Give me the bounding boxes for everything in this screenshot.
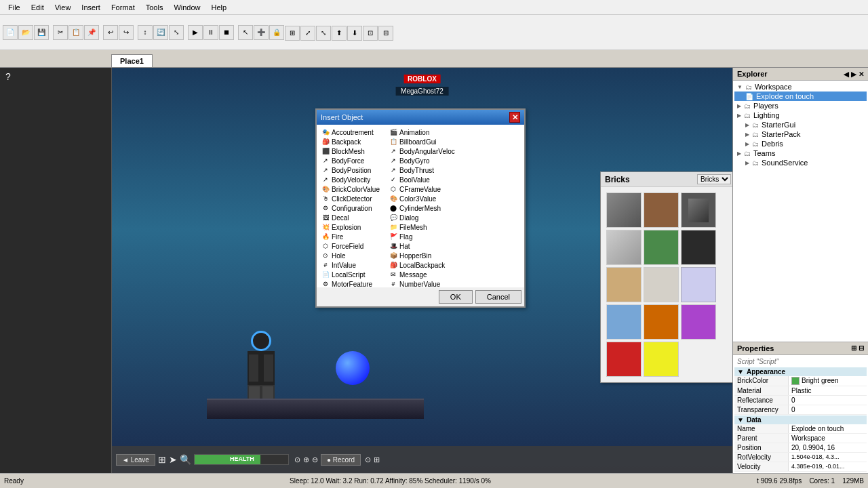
tree-starterpack[interactable]: ▶ 🗂 StarterPack (734, 129, 867, 139)
insert-item-bodyposition[interactable]: ↗BodyPosition (319, 165, 387, 175)
tb-copy[interactable]: 📋 (68, 25, 83, 40)
tb-rotate[interactable]: 🔄 (153, 25, 168, 40)
insert-item-cylindermesh[interactable]: ⬤CylinderMesh (387, 203, 455, 213)
insert-item-blockmesh[interactable]: ⬛BlockMesh (319, 146, 387, 156)
tb-cut[interactable]: ✂ (53, 25, 68, 40)
properties-icon-2[interactable]: ⊟ (859, 344, 864, 352)
explorer-nav-1[interactable]: ▶ (851, 70, 856, 78)
menu-edit[interactable]: Edit (26, 2, 50, 13)
insert-item-decal[interactable]: 🖼Decal (319, 213, 387, 222)
brick-thumb-13[interactable] (606, 342, 642, 377)
tb-s1[interactable]: ⊡ (363, 26, 378, 41)
brick-thumb-9[interactable] (681, 267, 716, 302)
insert-item-localbackpack[interactable]: 🎒LocalBackpack (387, 260, 455, 270)
tb-undo[interactable]: ↩ (103, 25, 118, 40)
search-btn[interactable]: 🔍 (180, 454, 191, 465)
bricks-dropdown[interactable]: Bricks (697, 174, 731, 184)
insert-item-cframevalue[interactable]: ⬡CFrameValue (387, 184, 455, 194)
tb-open[interactable]: 📂 (18, 25, 33, 40)
insert-item-bodythrust[interactable]: ↗BodyThrust (387, 165, 455, 175)
insert-item-explosion[interactable]: 💥Explosion (319, 222, 387, 232)
insert-item-configuration[interactable]: ⚙Configuration (319, 203, 387, 213)
brick-thumb-12[interactable] (681, 304, 716, 340)
tb-move[interactable]: ↕ (138, 25, 153, 40)
insert-dialog-close[interactable]: ✕ (509, 112, 520, 123)
brick-thumb-7[interactable] (606, 267, 642, 302)
insert-item-billboardgui[interactable]: 📋BillboardGui (387, 137, 455, 146)
tree-startergui[interactable]: ▶ 🗂 StarterGui (734, 120, 867, 129)
tb-stop[interactable]: ⏹ (219, 25, 234, 40)
brick-thumb-3[interactable] (681, 192, 716, 228)
tree-lighting[interactable]: ▶ 🗂 Lighting (734, 110, 867, 120)
tb-play[interactable]: ▶ (188, 25, 203, 40)
insert-item-accoutrement[interactable]: 🎭Accoutrement (319, 127, 387, 137)
tb-jump[interactable]: ⬆ (332, 26, 347, 41)
tb-new[interactable]: 📄 (3, 25, 18, 40)
tb-grid[interactable]: ⊞ (285, 26, 300, 41)
record-more-btn[interactable]: ⊙ (365, 455, 371, 464)
tb-scale[interactable]: ⤡ (169, 25, 184, 40)
menu-insert[interactable]: Insert (76, 2, 106, 13)
tree-debris[interactable]: ▶ 🗂 Debris (734, 139, 867, 148)
insert-item-bodyangvelocity[interactable]: ↗BodyAngularVelocity (387, 146, 455, 156)
tb-paste[interactable]: 📌 (84, 25, 99, 40)
insert-item-brickcolorvalue[interactable]: 🎨BrickColorValue (319, 184, 387, 194)
explorer-close[interactable]: ✕ (859, 70, 864, 78)
insert-item-fire[interactable]: 🔥Fire (319, 232, 387, 241)
tb-s2[interactable]: ⊟ (378, 26, 393, 41)
record-button[interactable]: ● Record (321, 454, 361, 466)
expand-btn[interactable]: ⊞ (374, 455, 380, 464)
menu-tools[interactable]: Tools (140, 2, 169, 13)
insert-item-animation[interactable]: 🎬Animation (387, 127, 455, 137)
tree-workspace[interactable]: ▼ 🗂 Workspace (734, 82, 867, 92)
menu-help[interactable]: Help (206, 2, 233, 13)
menu-file[interactable]: File (3, 2, 26, 13)
help-icon[interactable]: ? (5, 71, 11, 82)
camera-2-btn[interactable]: ⊕ (303, 455, 309, 464)
tb-lock[interactable]: 🔒 (269, 25, 284, 40)
insert-item-dialog[interactable]: 💬Dialog (387, 213, 455, 222)
insert-item-bodyforce[interactable]: ↗BodyForce (319, 156, 387, 165)
insert-item-numbervalue[interactable]: #NumberValue (387, 279, 455, 287)
insert-item-hat[interactable]: 🎩Hat (387, 241, 455, 251)
tb-redo[interactable]: ↪ (119, 25, 134, 40)
properties-icon-1[interactable]: ⊞ (851, 344, 856, 352)
brick-thumb-5[interactable] (644, 230, 679, 265)
brick-thumb-14[interactable] (644, 342, 679, 377)
insert-item-intvalue[interactable]: #IntValue (319, 260, 387, 270)
tree-players[interactable]: ▶ 🗂 Players (734, 101, 867, 110)
brick-thumb-10[interactable] (606, 304, 642, 340)
grid-view-btn[interactable]: ⊞ (158, 454, 166, 465)
insert-item-forcefield[interactable]: ⬡ForceField (319, 241, 387, 251)
viewport[interactable]: ROBLOX MegaGhost72 (112, 68, 732, 473)
brick-thumb-8[interactable] (644, 267, 679, 302)
tree-soundservice[interactable]: ▶ 🗂 SoundService (734, 158, 867, 167)
tb-cam2[interactable]: ⤡ (316, 26, 331, 41)
brick-thumb-4[interactable] (606, 230, 642, 265)
insert-item-hopperbin[interactable]: 📦HopperBin (387, 251, 455, 260)
insert-item-clickdetector[interactable]: 🖱ClickDetector (319, 194, 387, 203)
tree-explode-on-touch[interactable]: 📄 Explode on touch (734, 92, 867, 101)
camera-1-btn[interactable]: ⊙ (294, 455, 300, 464)
insert-item-backpack[interactable]: 🎒Backpack (319, 137, 387, 146)
insert-item-localscript[interactable]: 📄LocalScript (319, 270, 387, 279)
tb-pause[interactable]: ⏸ (203, 25, 218, 40)
menu-view[interactable]: View (50, 2, 77, 13)
insert-item-flag[interactable]: 🚩Flag (387, 232, 455, 241)
tree-teams[interactable]: ▶ 🗂 Teams (734, 148, 867, 158)
brick-thumb-1[interactable] (606, 192, 642, 228)
menu-window[interactable]: Window (168, 2, 205, 13)
insert-item-boolvalue[interactable]: ✓BoolValue (387, 175, 455, 184)
leave-button[interactable]: ◄ Leave (116, 454, 155, 466)
tb-select[interactable]: ↖ (238, 25, 253, 40)
cancel-button[interactable]: Cancel (475, 290, 521, 304)
tab-place1[interactable]: Place1 (111, 54, 153, 67)
insert-item-filemesh[interactable]: 📁FileMesh (387, 222, 455, 232)
brick-thumb-6[interactable] (681, 230, 716, 265)
move-btn[interactable]: ➤ (169, 454, 177, 465)
insert-item-bodygyro[interactable]: ↗BodyGyro (387, 156, 455, 165)
insert-item-motorfeature[interactable]: ⚙MotorFeature (319, 279, 387, 287)
explorer-collapse[interactable]: ◀ (844, 70, 849, 78)
insert-item-message[interactable]: ✉Message (387, 270, 455, 279)
insert-item-hole[interactable]: ⊙Hole (319, 251, 387, 260)
